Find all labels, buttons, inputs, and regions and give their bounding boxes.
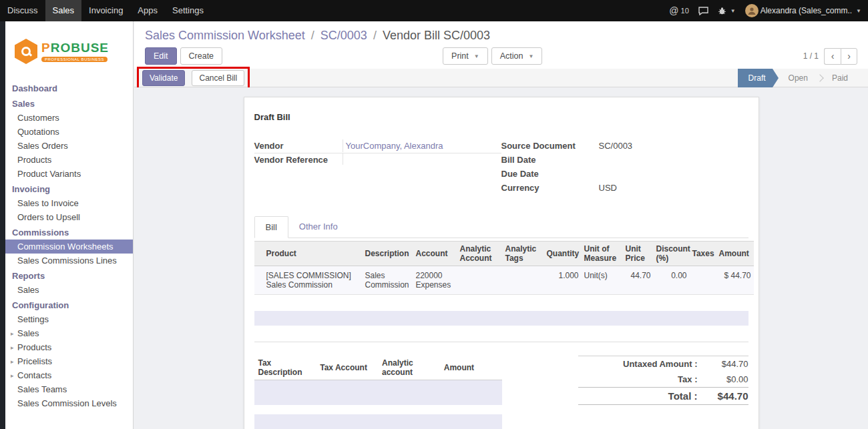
sidebar-section-configuration[interactable]: Configuration — [5, 297, 133, 312]
breadcrumb-current: Vendor Bill SC/0003 — [383, 29, 490, 42]
table-row[interactable]: [SALES COMMISSION] Sales Commission Sale… — [254, 266, 754, 295]
sidebar-item-reports-sales[interactable]: Sales — [5, 283, 133, 297]
vendor-reference-value — [343, 153, 501, 165]
caret-down-icon: ▼ — [474, 53, 479, 59]
sidebar-item-config-products[interactable]: ▸ Products — [5, 340, 133, 354]
mentions-icon[interactable]: @ 10 — [669, 5, 688, 16]
sidebar-item-sales-commissions-lines[interactable]: Sales Commissions Lines — [5, 254, 133, 268]
due-date-label: Due Date — [501, 167, 596, 180]
breadcrumb: Sales Commission Worksheet / SC/0003 / V… — [134, 21, 868, 43]
stage-paid[interactable]: Paid — [824, 69, 856, 87]
sidebar-item-label: Products — [17, 342, 51, 352]
sidebar-item-sales-to-invoice[interactable]: Sales to Invoice — [5, 196, 133, 210]
sidebar-section-commissions[interactable]: Commissions — [5, 224, 133, 240]
vendor-value-link[interactable]: YourCompany, Alexandra — [343, 139, 501, 152]
untaxed-amount-value: $44.70 — [706, 359, 748, 369]
pager-next-button[interactable]: › — [841, 48, 857, 65]
action-label: Action — [500, 51, 523, 61]
page-title: Draft Bill — [254, 112, 748, 122]
sidebar-item-sales-teams[interactable]: Sales Teams — [5, 382, 133, 396]
topmenu-discuss[interactable]: Discuss — [0, 0, 45, 21]
notebook-tabs: Bill Other Info — [254, 216, 748, 238]
debug-bug-icon[interactable]: ▼ — [718, 7, 736, 15]
caret-down-icon: ▼ — [528, 53, 533, 59]
avatar — [745, 4, 758, 17]
tab-bill[interactable]: Bill — [254, 216, 288, 238]
row-handle-cell — [254, 266, 264, 295]
edit-button[interactable]: Edit — [145, 47, 177, 65]
stage-open[interactable]: Open — [781, 69, 816, 87]
tax-lines-table: Tax Description Tax Account Analytic acc… — [254, 356, 502, 405]
handle-column-header — [254, 242, 264, 266]
column-header-product: Product — [264, 242, 363, 266]
column-header-taxes: Taxes — [690, 242, 716, 266]
tab-other-info[interactable]: Other Info — [288, 216, 349, 238]
form-statusbar: Validate Cancel Bill Draft Open Paid — [134, 69, 868, 87]
sidebar-section-invoicing[interactable]: Invoicing — [5, 181, 133, 196]
sidebar-item-customers[interactable]: Customers — [5, 111, 133, 125]
apps-edge-strip — [0, 21, 5, 429]
print-dropdown-button[interactable]: Print ▼ — [443, 47, 488, 65]
column-header-discount: Discount (%) — [654, 242, 690, 266]
column-header-tax-account: Tax Account — [316, 356, 378, 380]
sidebar-item-config-contacts[interactable]: ▸ Contacts — [5, 368, 133, 382]
user-menu[interactable]: Alexandra (Sales_comm.. ▼ — [745, 4, 861, 17]
vendor-reference-label: Vendor Reference — [254, 153, 343, 166]
sidebar-section-reports[interactable]: Reports — [5, 268, 133, 283]
caret-right-icon: ▸ — [11, 358, 14, 365]
validate-button[interactable]: Validate — [142, 70, 185, 86]
print-label: Print — [451, 51, 469, 61]
cell-unit-price: 44.70 — [623, 266, 654, 295]
cancel-bill-button[interactable]: Cancel Bill — [192, 70, 244, 86]
empty-line-band — [254, 311, 748, 326]
sidebar-item-config-sales[interactable]: ▸ Sales — [5, 326, 133, 340]
control-panel: Sales Commission Worksheet / SC/0003 / V… — [134, 21, 868, 69]
source-document-label: Source Document — [501, 139, 596, 152]
sidebar-item-product-variants[interactable]: Product Variants — [5, 167, 133, 181]
create-button[interactable]: Create — [180, 47, 223, 65]
sidebar-item-sales-orders[interactable]: Sales Orders — [5, 139, 133, 153]
sidebar-item-products[interactable]: Products — [5, 153, 133, 167]
total-value: $44.70 — [706, 390, 748, 402]
breadcrumb-separator: / — [371, 29, 379, 42]
sidebar-section-sales[interactable]: Sales — [5, 95, 133, 111]
sidebar-item-orders-to-upsell[interactable]: Orders to Upsell — [5, 210, 133, 224]
sidebar-item-commission-worksheets[interactable]: Commission Worksheets — [5, 240, 133, 254]
sidebar-item-sales-commission-levels[interactable]: Sales Commission Levels — [5, 396, 133, 410]
column-header-tax-amount: Amount — [440, 356, 502, 380]
currency-label: Currency — [501, 181, 596, 194]
tax-empty-row — [254, 380, 502, 406]
pager-previous-button[interactable]: ‹ — [824, 48, 841, 65]
sidebar-item-quotations[interactable]: Quotations — [5, 125, 133, 139]
lines-header-row: Product Description Account Analytic Acc… — [254, 242, 754, 266]
topmenu-sales[interactable]: Sales — [45, 0, 82, 21]
breadcrumb-record-link[interactable]: SC/0003 — [320, 29, 367, 42]
action-dropdown-button[interactable]: Action ▼ — [491, 47, 543, 65]
logo-subtitle: PROFESSIONAL BUSINESS — [41, 57, 107, 62]
sidebar-item-config-settings[interactable]: Settings — [5, 312, 133, 326]
cell-uom: Unit(s) — [582, 266, 623, 295]
topmenu-invoicing[interactable]: Invoicing — [81, 0, 130, 21]
top-menu-bar: Discuss Sales Invoicing Apps Settings @ … — [0, 0, 868, 21]
breadcrumb-worksheets-link[interactable]: Sales Commission Worksheet — [145, 29, 305, 42]
field-groups: Vendor YourCompany, Alexandra Vendor Ref… — [254, 139, 748, 195]
mention-count-badge: 10 — [681, 7, 689, 15]
caret-down-icon: ▼ — [730, 8, 736, 14]
total-label: Total : — [578, 390, 706, 402]
sidebar-item-config-pricelists[interactable]: ▸ Pricelists — [5, 354, 133, 368]
column-header-description: Description — [363, 242, 413, 266]
chat-bubble-icon[interactable] — [698, 7, 708, 15]
caret-right-icon: ▸ — [11, 372, 14, 379]
cell-product: [SALES COMMISSION] Sales Commission — [264, 266, 363, 295]
pager: 1 / 1 ‹ › — [803, 48, 857, 65]
sidebar: PROBUSE PROFESSIONAL BUSINESS Dashboard … — [5, 21, 134, 429]
pager-text: 1 / 1 — [803, 51, 819, 61]
stage-draft[interactable]: Draft — [738, 69, 773, 87]
bill-date-value — [596, 153, 748, 165]
sidebar-item-dashboard[interactable]: Dashboard — [5, 80, 133, 95]
topmenu-apps[interactable]: Apps — [130, 0, 165, 21]
topmenu-settings[interactable]: Settings — [165, 0, 211, 21]
totals-block: Untaxed Amount : $44.70 Tax : $0.00 Tota… — [578, 356, 748, 405]
chevron-right-icon — [816, 74, 823, 81]
cell-taxes — [690, 266, 716, 295]
